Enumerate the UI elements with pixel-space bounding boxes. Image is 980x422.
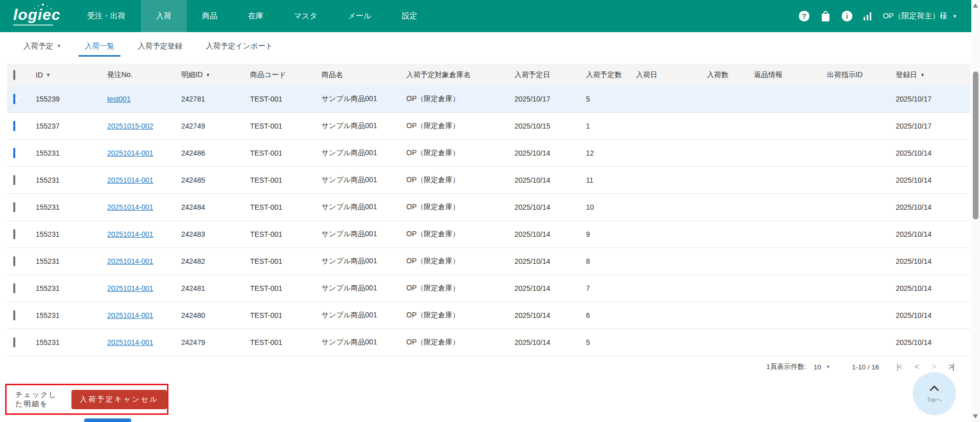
nav-item[interactable]: 設定 — [386, 0, 432, 32]
tab[interactable]: 入荷一覧 — [82, 32, 117, 60]
cell-product-code: TEST-001 — [250, 176, 322, 184]
nav-item[interactable]: メール — [333, 0, 387, 32]
cell-product-name: サンプル商品001 — [322, 230, 406, 239]
app-logo[interactable]: logiec — [0, 0, 72, 32]
scroll-down-arrow-icon[interactable] — [973, 414, 978, 418]
help-icon[interactable]: ? — [799, 11, 810, 21]
per-page-select[interactable]: 10 ▼ — [814, 363, 830, 371]
select-all-checkbox[interactable] — [13, 70, 15, 80]
next-page-icon[interactable]: > — [932, 362, 935, 371]
cell-expected-qty: 5 — [586, 338, 636, 346]
nav-item[interactable]: 在庫 — [233, 0, 279, 32]
column-header-label: 登録日 — [896, 70, 917, 80]
order-no-link[interactable]: 20251014-001 — [107, 257, 153, 265]
row-checkbox[interactable] — [13, 337, 15, 347]
row-checkbox[interactable] — [13, 283, 15, 293]
column-header[interactable]: 明細ID ▼ — [181, 70, 250, 80]
column-header[interactable]: 入荷予定日 — [514, 70, 586, 80]
cell-id: 155231 — [36, 230, 107, 238]
cell-expected-qty: 6 — [586, 311, 636, 319]
chevron-down-icon: ▼ — [952, 14, 957, 19]
stats-bars-icon[interactable] — [864, 12, 872, 20]
nav-item-label: 受注・出荷 — [87, 11, 126, 21]
column-header[interactable]: 商品名 — [322, 70, 406, 80]
cell-warehouse: OP（限定倉庫） — [406, 203, 514, 212]
nav-item[interactable]: 入荷 — [141, 0, 187, 32]
nav-item-label: 商品 — [202, 11, 217, 21]
row-checkbox[interactable] — [13, 202, 15, 212]
row-checkbox[interactable] — [13, 229, 15, 239]
cell-product-name: サンプル商品001 — [322, 338, 406, 347]
order-no-link[interactable]: 20251014-001 — [107, 149, 153, 157]
cell-registered-date: 2025/10/14 — [896, 284, 962, 292]
sort-desc-icon: ▼ — [46, 72, 51, 78]
column-header[interactable]: 商品コード — [250, 70, 322, 80]
cell-registered-date: 2025/10/14 — [896, 311, 962, 319]
first-page-icon[interactable]: |< — [896, 362, 901, 371]
cell-expected-date: 2025/10/17 — [514, 95, 586, 103]
column-header-label: 明細ID — [181, 70, 203, 80]
user-menu[interactable]: OP（限定荷主）様 ▼ — [883, 11, 957, 21]
row-checkbox[interactable] — [13, 121, 15, 131]
nav-item[interactable]: 商品 — [187, 0, 233, 32]
order-no-link[interactable]: 20251014-001 — [107, 230, 153, 238]
column-header[interactable]: 発注No. — [107, 70, 181, 80]
cell-product-name: サンプル商品001 — [322, 284, 406, 293]
column-header[interactable]: 出荷指示ID — [827, 70, 896, 80]
info-icon[interactable]: i — [842, 11, 852, 21]
sort-desc-icon: ▼ — [206, 72, 210, 78]
prev-page-icon[interactable]: < — [915, 362, 918, 371]
column-header[interactable]: 返品情報 — [754, 70, 827, 80]
row-checkbox[interactable] — [13, 175, 15, 185]
row-checkbox[interactable] — [13, 94, 15, 104]
cell-expected-qty: 9 — [586, 230, 636, 238]
order-no-link[interactable]: 20251014-001 — [107, 203, 153, 211]
cell-expected-date: 2025/10/14 — [514, 257, 586, 265]
vertical-scrollbar[interactable] — [971, 0, 980, 422]
column-header[interactable]: 登録日 ▼ — [896, 70, 962, 80]
tab[interactable]: 入荷予定 ▼ — [20, 32, 64, 60]
nav-item-label: 在庫 — [248, 11, 263, 21]
chevron-down-icon: ▼ — [826, 364, 830, 369]
partially-visible-blue-button[interactable] — [84, 418, 131, 422]
order-no-link[interactable]: 20251014-001 — [107, 284, 153, 292]
tab-label: 入荷予定 — [23, 41, 53, 51]
cell-registered-date: 2025/10/14 — [896, 176, 962, 184]
cell-detail-id: 242482 — [181, 257, 250, 265]
column-header-label: 入荷日 — [636, 70, 657, 80]
column-header[interactable]: 入荷数 — [707, 70, 754, 80]
order-no-link[interactable]: 20251014-001 — [107, 176, 153, 184]
order-no-link[interactable]: 20251015-002 — [107, 122, 153, 130]
row-checkbox[interactable] — [13, 148, 15, 158]
column-header[interactable]: ID ▼ — [36, 71, 107, 79]
order-no-link[interactable]: 20251014-001 — [107, 311, 153, 319]
cell-expected-date: 2025/10/14 — [514, 230, 586, 238]
row-checkbox[interactable] — [13, 310, 15, 320]
order-no-link[interactable]: test001 — [107, 95, 131, 103]
column-header-label: 入荷数 — [707, 70, 728, 80]
column-header[interactable]: 入荷日 — [636, 70, 707, 80]
nav-item[interactable]: マスタ — [279, 0, 333, 32]
order-no-link[interactable]: 20251014-001 — [107, 338, 153, 346]
cell-detail-id: 242749 — [181, 122, 250, 130]
tab[interactable]: 入荷予定登録 — [135, 32, 185, 60]
scroll-up-arrow-icon[interactable] — [973, 4, 978, 8]
back-to-top-button[interactable]: Topへ — [913, 372, 956, 415]
logo-tagline-rule — [13, 24, 53, 26]
cancel-arrival-plan-button[interactable]: 入荷予定キャンセル — [71, 390, 167, 409]
column-header[interactable]: 入荷予定対象倉庫名 — [406, 70, 514, 80]
nav-item-label: マスタ — [294, 11, 317, 21]
last-page-icon[interactable]: >| — [949, 362, 954, 371]
column-header[interactable]: 入荷予定数 — [586, 70, 636, 80]
tab[interactable]: 入荷予定インポート — [203, 32, 276, 60]
cell-expected-qty: 8 — [586, 257, 636, 265]
tab-label: 入荷予定登録 — [138, 41, 182, 51]
cell-warehouse: OP（限定倉庫） — [406, 257, 514, 266]
cell-id: 155231 — [36, 311, 107, 319]
bag-icon[interactable] — [821, 11, 830, 21]
row-checkbox[interactable] — [13, 256, 15, 266]
column-header-label: 入荷予定数 — [586, 70, 622, 80]
cell-expected-date: 2025/10/14 — [514, 311, 586, 319]
scrollbar-thumb[interactable] — [973, 71, 978, 219]
nav-item[interactable]: 受注・出荷 — [72, 0, 141, 32]
